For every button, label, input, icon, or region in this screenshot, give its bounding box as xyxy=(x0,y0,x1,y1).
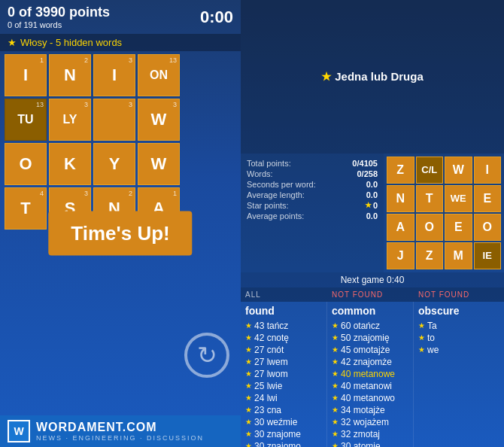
lg-cell-Z2[interactable]: Z xyxy=(416,242,444,269)
words-col-obscure: obscure ★Ta ★to ★we xyxy=(414,302,504,448)
lg-cell-I[interactable]: I xyxy=(474,157,502,184)
word-item: ★27 lwom xyxy=(241,368,326,380)
word-item: ★to xyxy=(414,332,504,344)
next-game-timer: Next game 0:40 xyxy=(241,272,504,287)
category-star-icon: ★ xyxy=(8,37,17,48)
word-item: ★24 lwi xyxy=(241,392,326,404)
word-item: ★40 metanowo xyxy=(327,392,413,404)
lg-cell-E2[interactable]: E xyxy=(445,214,472,241)
word-item: ★27 lwem xyxy=(241,356,326,368)
column-headers: ALL NOT FOUND NOT FOUND xyxy=(241,287,504,302)
star-icon: ★ xyxy=(245,406,252,414)
cell-4-1[interactable]: 4T xyxy=(5,187,47,230)
cell-1-1[interactable]: 1I xyxy=(5,54,47,96)
word-item: ★30 znajome xyxy=(241,428,326,440)
star-icon: ★ xyxy=(245,369,252,378)
col-header-all: ALL xyxy=(241,289,327,300)
lg-cell-CL[interactable]: C/L xyxy=(416,157,444,184)
cell-3-3[interactable]: Y xyxy=(93,143,135,185)
left-panel: 0 of 3990 points 0 of 191 words 0:00 ★ W… xyxy=(0,0,241,447)
lg-cell-E1[interactable]: E xyxy=(474,185,502,212)
word-item: ★60 otańcz xyxy=(327,320,413,332)
lg-cell-T[interactable]: T xyxy=(416,185,444,212)
cell-3-1[interactable]: O xyxy=(5,143,47,185)
star-icon: ★ xyxy=(332,333,339,342)
grid-row-1: 1I 2N 3I 13ON xyxy=(5,54,236,96)
brand-name: WORDAMENT.COM xyxy=(36,421,204,434)
col-header-notfound1: NOT FOUND xyxy=(327,289,414,300)
brand-text-section: WORDAMENT.COM NEWS · ENGINEERING · DISCU… xyxy=(36,421,204,442)
star-icon: ★ xyxy=(332,418,339,426)
star-icon: ★ xyxy=(418,333,425,342)
cell-2-3[interactable]: 3 xyxy=(93,99,135,141)
stat-seconds: Seconds per word: 0.0 xyxy=(247,179,378,190)
star-icon: ★ xyxy=(245,345,252,354)
refresh-button[interactable]: ↻ xyxy=(184,333,229,378)
word-item: ★Ta xyxy=(414,320,504,332)
lg-cell-M[interactable]: M xyxy=(445,242,472,269)
col2-title: common xyxy=(327,303,413,320)
grid-row-2: 13TU 3LY 3 3W xyxy=(5,99,236,141)
cell-3-4[interactable]: W xyxy=(138,143,180,185)
lg-cell-A[interactable]: A xyxy=(387,214,414,241)
col1-title: found xyxy=(241,303,326,320)
word-item: ★30 znajomo xyxy=(241,440,326,448)
cell-1-2[interactable]: 2N xyxy=(49,54,91,96)
lg-cell-O2[interactable]: O xyxy=(474,214,502,241)
star-icon: ★ xyxy=(418,321,425,330)
star-icon: ★ xyxy=(245,382,252,390)
word-item: ★42 cnotę xyxy=(241,332,326,344)
star-icon: ★ xyxy=(245,430,252,438)
cell-2-2[interactable]: 3LY xyxy=(49,99,91,141)
lg-cell-J[interactable]: J xyxy=(387,242,414,269)
lg-cell-W1[interactable]: W xyxy=(445,157,472,184)
star-icon: ★ xyxy=(245,333,252,342)
brand-letter: W xyxy=(14,425,23,437)
lg-cell-Z[interactable]: Z xyxy=(387,157,414,184)
star-icon: ★ xyxy=(332,406,339,414)
category-label: Włosy - 5 hidden words xyxy=(20,37,122,48)
stat-avg-length: Average length: 0.0 xyxy=(247,190,378,200)
star-icon: ★ xyxy=(332,394,339,402)
word-item: ★30 weźmie xyxy=(241,416,326,428)
title-star-icon: ★ xyxy=(321,70,331,84)
times-up-message: Time's Up! xyxy=(48,211,192,256)
brand-bar: W WORDAMENT.COM NEWS · ENGINEERING · DIS… xyxy=(0,415,241,447)
lg-cell-O1[interactable]: O xyxy=(416,214,444,241)
word-item: ★32 wojażem xyxy=(327,416,413,428)
star-icon: ★ xyxy=(332,442,339,447)
words-col-common: common ★60 otańcz ★50 znajomię ★45 omota… xyxy=(327,302,414,448)
word-item: ★45 omotajże xyxy=(327,344,413,356)
timer-display: 0:00 xyxy=(200,8,233,27)
word-item: ★32 zmotaj xyxy=(327,428,413,440)
lg-cell-IE[interactable]: IE xyxy=(474,242,502,269)
word-item: ★23 cna xyxy=(241,404,326,416)
cell-3-2[interactable]: K xyxy=(49,143,91,185)
lg-cell-WE[interactable]: WE xyxy=(445,185,472,212)
star-icon: ★ xyxy=(245,394,252,402)
stat-star-points: Star points: ★ 0 xyxy=(247,200,378,211)
word-item: ★50 znajomię xyxy=(327,332,413,344)
words-display: 0 of 191 words xyxy=(8,20,110,29)
refresh-icon: ↻ xyxy=(197,341,217,369)
right-panel: ★ Jedna lub Druga Total points: 0/4105 W… xyxy=(241,0,504,447)
word-item: ★40 metanowe xyxy=(327,368,413,380)
cell-1-4[interactable]: 13ON xyxy=(138,54,180,96)
word-item: ★25 lwie xyxy=(241,380,326,392)
lg-cell-N[interactable]: N xyxy=(387,185,414,212)
category-bar: ★ Włosy - 5 hidden words xyxy=(0,34,241,51)
cell-1-3[interactable]: 3I xyxy=(93,54,135,96)
star-icon: ★ xyxy=(245,418,252,426)
words-area: found ★43 tańcz ★42 cnotę ★27 cnót ★27 l… xyxy=(241,302,504,448)
grid-row-3: O K Y W xyxy=(5,143,236,185)
brand-sub: NEWS · ENGINEERING · DISCUSSION xyxy=(36,434,204,442)
word-item: ★27 cnót xyxy=(241,344,326,356)
words-col-found: found ★43 tańcz ★42 cnotę ★27 cnót ★27 l… xyxy=(241,302,327,448)
cell-2-4[interactable]: 3W xyxy=(138,99,180,141)
cell-2-1[interactable]: 13TU xyxy=(5,99,47,141)
star-icon: ★ xyxy=(332,357,339,366)
star-icon: ★ xyxy=(332,321,339,330)
stat-total-points: Total points: 0/4105 xyxy=(247,158,378,169)
star-icon: ★ xyxy=(332,430,339,438)
word-item: ★42 znajomże xyxy=(327,356,413,368)
